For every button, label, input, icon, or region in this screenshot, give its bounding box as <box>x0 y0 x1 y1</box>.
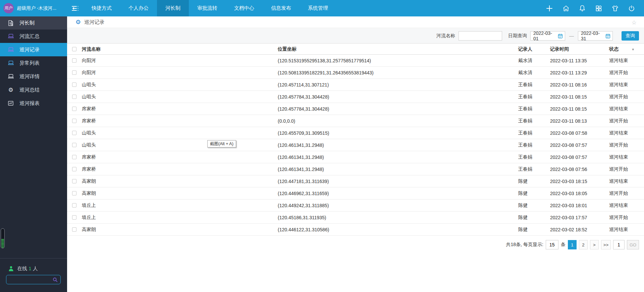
cell-status: 巡河开始 <box>609 118 644 124</box>
row-checkbox[interactable] <box>72 179 76 183</box>
row-checkbox[interactable] <box>72 107 76 111</box>
nav-tab[interactable]: 河长制 <box>157 0 189 16</box>
table-row[interactable]: 向阳河 (120.50813395182291,31.2643565538194… <box>67 67 644 79</box>
page-size-input[interactable] <box>546 240 558 249</box>
nav-tab[interactable]: 个人办公 <box>120 0 157 16</box>
row-checkbox[interactable] <box>72 203 76 208</box>
nav-tab[interactable]: 信息发布 <box>263 0 300 16</box>
online-unit: 人 <box>33 266 38 271</box>
sidebar-item-xunhe-zongjie[interactable]: ⚙ 巡河总结 <box>0 83 67 97</box>
query-button[interactable]: 查询 <box>622 31 639 41</box>
last-page-button[interactable]: >> <box>601 240 611 249</box>
cell-record-time: 2022-03-11 08:13 <box>550 118 609 124</box>
bell-icon[interactable] <box>579 5 586 12</box>
cell-record-time: 2022-03-08 07:56 <box>550 167 609 172</box>
table-row[interactable]: 山咀头 (120.457114,31.307121) 王春娟 2022-03-1… <box>67 79 644 91</box>
cell-river-name: 席家桥 <box>82 166 278 172</box>
go-button[interactable]: GO <box>627 240 639 249</box>
date-from-picker[interactable]: 2022-03-01 <box>530 31 565 41</box>
table-row[interactable]: 向阳河 (120.51531955295138,31.2577585177951… <box>67 55 644 67</box>
sidebar-header-hezhangzhi[interactable]: 河长制 <box>0 16 67 30</box>
table-row[interactable]: 高家朗 (120.446122,31.310586) 陈健 2022-03-02… <box>67 224 644 236</box>
date-query-label: 日期查询 <box>508 33 527 39</box>
select-all-checkbox[interactable] <box>72 47 76 51</box>
table-row[interactable]: 高家朗 (120.446962,31.311659) 陈健 2022-03-03… <box>67 187 644 199</box>
river-name-input[interactable] <box>459 31 502 41</box>
cell-coordinates: (120.449242,31.311885) <box>278 203 518 208</box>
table-row[interactable]: 山咀头 (120.461341,31.2948) 王春娟 2022-03-08 … <box>67 139 644 151</box>
next-page-button[interactable]: > <box>590 240 599 249</box>
apps-icon[interactable] <box>595 5 602 12</box>
nav-tab[interactable]: 系统管理 <box>300 0 336 16</box>
power-icon[interactable] <box>628 5 635 12</box>
table-row[interactable]: 山咀头 (120.455709,31.309515) 王春娟 2022-03-0… <box>67 127 644 139</box>
nav-tab-label: 审批流转 <box>197 5 217 11</box>
table-row[interactable]: 高家朗 (120.447181,31.311639) 陈健 2022-03-03… <box>67 175 644 187</box>
table-row[interactable]: 山咀头 (120.457784,31.304428) 王春娟 2022-03-1… <box>67 91 644 103</box>
row-checkbox[interactable] <box>72 70 76 75</box>
cell-coordinates: (0.0,0.0) <box>278 118 518 124</box>
filter-bar: 河流名称 日期查询 2022-03-01 — 2022-03-31 查询 <box>67 28 644 44</box>
table-row[interactable]: 席家桥 (120.461341,31.2948) 王春娟 2022-03-08 … <box>67 151 644 163</box>
menu-collapse-icon[interactable] <box>67 0 83 16</box>
cell-status: 巡河结束 <box>609 82 644 88</box>
chevron-down-icon[interactable]: ▾ <box>632 47 634 51</box>
row-checkbox[interactable] <box>72 155 76 159</box>
sidebar-item-xunhe-xiangqing[interactable]: 巡河详情 <box>0 70 67 83</box>
table-row[interactable]: 席家桥 (0.0,0.0) 王春娟 2022-03-11 08:13 巡河开始 <box>67 115 644 127</box>
cell-status: 巡河结束 <box>609 178 644 184</box>
cell-coordinates: (120.446962,31.311659) <box>278 191 518 196</box>
row-checkbox[interactable] <box>72 191 76 195</box>
settings-gear-icon: ⚙ <box>75 19 81 25</box>
row-checkbox[interactable] <box>72 82 76 87</box>
laptop-icon <box>7 73 14 80</box>
sidebar-item-xunhe-baobiao[interactable]: 巡河报表 <box>0 97 67 110</box>
page-button-2[interactable]: 2 <box>579 240 588 249</box>
cell-record-time: 2022-03-08 07:57 <box>550 155 609 160</box>
table-row[interactable]: 席家桥 (120.461341,31.2948) 王春娟 2022-03-08 … <box>67 163 644 175</box>
page-button-1[interactable]: 1 <box>568 240 577 249</box>
document-search-icon <box>7 20 14 26</box>
sidebar-item-heliu-huizong[interactable]: 河流汇总 <box>0 30 67 43</box>
table-row[interactable]: 墙丘上 (120.45186,31.311935) 陈健 2022-03-03 … <box>67 212 644 224</box>
date-to-picker[interactable]: 2022-03-31 <box>578 31 613 41</box>
table-row[interactable]: 席家桥 (120.457784,31.304428) 王春娟 2022-03-1… <box>67 103 644 115</box>
favorite-star-icon[interactable]: ☆ <box>632 19 637 26</box>
row-checkbox[interactable] <box>72 227 76 232</box>
sidebar-item-label: 河流汇总 <box>19 33 40 40</box>
plus-icon[interactable] <box>546 5 553 12</box>
row-checkbox[interactable] <box>72 167 76 171</box>
row-checkbox[interactable] <box>72 143 76 147</box>
home-icon[interactable] <box>562 5 570 12</box>
cell-coordinates: (120.457784,31.304428) <box>278 106 518 112</box>
cell-status: 巡河开始 <box>609 94 644 100</box>
user-segment[interactable]: 用户 超级用户 -木渎河... <box>0 0 67 16</box>
laptop-icon <box>7 46 14 53</box>
goto-page-input[interactable] <box>613 240 625 249</box>
cell-coordinates: (120.455709,31.309515) <box>278 130 518 136</box>
sidebar-item-yichang-liebiao[interactable]: 异常列表 <box>0 56 67 70</box>
row-checkbox[interactable] <box>72 95 76 99</box>
nav-tab[interactable]: 审批流转 <box>189 0 226 16</box>
search-icon[interactable] <box>53 277 58 282</box>
table-row[interactable]: 墙丘上 (120.449242,31.311885) 陈健 2022-03-03… <box>67 199 644 212</box>
cell-river-name: 墙丘上 <box>82 202 278 209</box>
cell-status: 巡河结束 <box>609 227 644 233</box>
row-checkbox[interactable] <box>72 119 76 123</box>
sidebar-header-label: 河长制 <box>19 20 35 26</box>
nav-tab[interactable]: 快捷方式 <box>83 0 120 16</box>
sidebar-item-xunhe-jilu[interactable]: 巡河记录 <box>0 43 67 56</box>
pagination: 共18条, 每页显示: 条 1 2 > >> GO <box>506 240 639 249</box>
theme-shirt-icon[interactable] <box>611 5 619 12</box>
online-status: 在线 1 人 <box>8 266 38 272</box>
row-checkbox[interactable] <box>72 131 76 135</box>
cell-record-time: 2022-03-11 08:16 <box>550 82 609 87</box>
row-checkbox[interactable] <box>72 215 76 220</box>
nav-tab[interactable]: 文档中心 <box>226 0 263 16</box>
row-checkbox[interactable] <box>72 58 76 63</box>
river-name-label: 河流名称 <box>436 33 455 39</box>
breadcrumb: ⚙ 巡河记录 ☆ <box>67 16 644 28</box>
cell-coordinates: (120.457784,31.304428) <box>278 94 518 100</box>
report-icon <box>7 100 14 107</box>
sidebar-search-input[interactable] <box>6 277 53 282</box>
